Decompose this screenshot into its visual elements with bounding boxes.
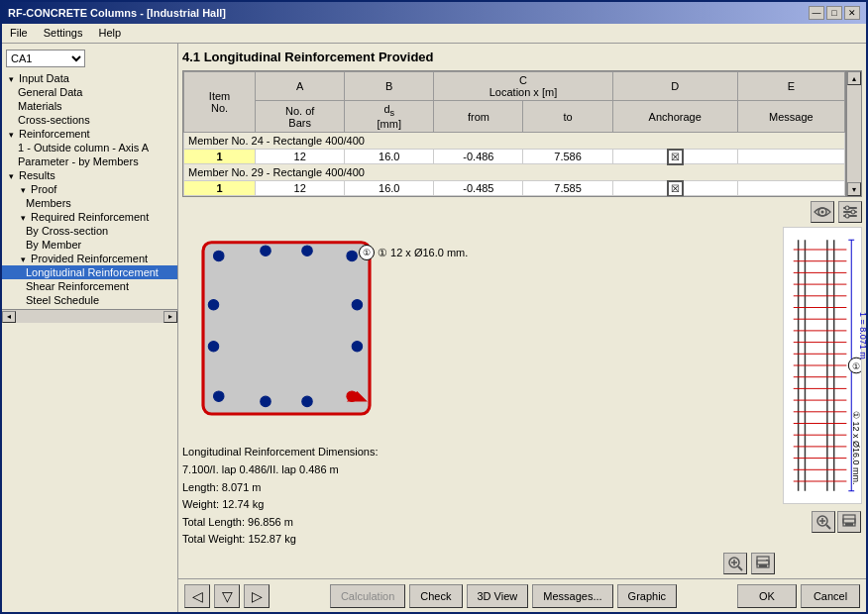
member-label-24: Member No. 24 - Rectangle 400/400 [184,133,845,150]
vscroll-down[interactable]: ▾ [847,182,861,196]
sidebar-item-by-member[interactable]: By Member [2,238,177,252]
sidebar-item-cross-sections[interactable]: Cross-sections [2,113,177,127]
back-button[interactable]: ◁ [184,584,210,608]
sidebar-item-materials[interactable]: Materials [2,99,177,113]
col-anchorage: Anchorage [612,101,737,133]
sidebar-item-shear-reinforcement[interactable]: Shear Reinforcement [2,279,177,293]
info-line3: Length: 8.071 m [182,479,775,497]
ok-button[interactable]: OK [737,584,797,608]
col-to: to [523,101,612,133]
data-row-2: 1 12 16.0 -0.485 7.585 ☒ [184,181,845,196]
cancel-button[interactable]: Cancel [801,584,860,608]
hscroll-left[interactable]: ◂ [2,311,16,323]
main-area: 4.1 Longitudinal Reinforcement Provided … [178,44,866,578]
calculation-button[interactable]: Calculation [330,584,405,608]
cross-section-container: ① ① 12 x Ø16.0 mm. [182,227,390,437]
forward-button[interactable]: ▷ [244,584,270,608]
view-icon-button[interactable] [811,201,834,223]
sidebar-item-input-data[interactable]: ▾ Input Data [2,71,177,85]
col-b-header: B [345,72,434,101]
svg-text:①: ① [852,361,860,371]
sidebar-item-outside-column[interactable]: 1 - Outside column - Axis A [2,141,177,154]
sidebar-item-general-data[interactable]: General Data [2,85,177,99]
cell-message-2 [737,181,844,196]
cell-anchorage-1: ☒ [612,150,737,164]
graphic-bottom [182,553,775,574]
minimize-button[interactable]: — [809,6,824,20]
elevation-zoom-button[interactable] [812,511,835,533]
tree-section: ▾ Input Data General Data Materials Cros… [2,69,177,309]
window-title: RF-CONCRETE Columns - [Industrial Hall] [8,7,226,19]
menu-file[interactable]: File [6,26,32,41]
close-button[interactable]: ✕ [844,6,860,20]
member-label-29: Member No. 29 - Rectangle 400/400 [184,164,845,181]
sidebar-item-parameter-by-members[interactable]: Parameter - by Members [2,154,177,168]
table-action-bar [182,201,862,223]
settings-icon-button[interactable] [838,201,862,223]
svg-rect-30 [766,560,768,561]
svg-rect-8 [203,243,370,414]
print-button[interactable] [751,553,775,574]
cell-bars-1: 12 [256,150,345,164]
elevation-dim-label: 1 = 8.071 m [858,312,866,359]
sidebar-item-by-cross-section[interactable]: By Cross-section [2,224,177,238]
menu-settings[interactable]: Settings [40,26,87,41]
menu-help[interactable]: Help [94,26,125,41]
elevation-print-button[interactable] [837,511,861,533]
main-window: RF-CONCRETE Columns - [Industrial Hall] … [0,0,868,614]
maximize-button[interactable]: □ [826,6,842,20]
col-b-sub: ds[mm] [345,101,434,133]
elevation-buttons [812,511,861,533]
svg-point-14 [208,300,219,311]
svg-point-12 [302,246,313,256]
sidebar: CA1 ▾ Input Data General Data Materials … [2,44,178,612]
svg-line-24 [738,566,742,570]
menu-bar: File Settings Help [2,24,866,44]
cell-ds-2: 16.0 [345,181,434,196]
svg-rect-29 [759,564,767,567]
cell-from-2: -0.485 [434,181,523,196]
cell-message-1 [737,150,844,164]
sidebar-item-provided-reinforcement[interactable]: ▾ Provided Reinforcement [2,252,177,265]
info-text: Longitudinal Reinforcement Dimensions: 7… [182,444,775,549]
view3d-button[interactable]: 3D View [467,584,529,608]
zoom-button[interactable] [723,553,747,574]
title-bar-buttons: — □ ✕ [809,6,860,20]
svg-point-16 [352,300,363,311]
graphic-button[interactable]: Graphic [617,584,678,608]
sidebar-item-reinforcement[interactable]: ▾ Reinforcement [2,127,177,141]
svg-point-6 [851,210,855,214]
messages-button[interactable]: Messages... [532,584,612,608]
svg-point-18 [214,391,225,402]
right-elevation: ① 1 = 8.071 m ① 12 x Ø16.0 mm. [783,227,862,504]
bottom-bar: ◁ ▽ ▷ Calculation Check 3D View Messages… [178,578,866,612]
svg-point-1 [821,211,824,214]
svg-point-11 [261,246,271,256]
sidebar-item-results[interactable]: ▾ Results [2,168,177,182]
cell-to-1: 7.586 [523,150,612,164]
hscroll-right[interactable]: ▸ [163,311,177,323]
sidebar-item-longitudinal-reinforcement[interactable]: Longitudinal Reinforcement [2,265,177,279]
cell-bars-2: 12 [256,181,345,196]
svg-point-7 [845,214,849,218]
cell-from-1: -0.486 [434,150,523,164]
graphic-area: ① ① 12 x Ø16.0 mm. Longitudinal Reinforc… [182,227,862,574]
cell-ds-1: 16.0 [345,150,434,164]
ca-select[interactable]: CA1 [6,50,85,67]
right-panel: 4.1 Longitudinal Reinforcement Provided … [178,44,866,612]
sidebar-header: CA1 [2,48,177,69]
sidebar-item-proof[interactable]: ▾ Proof [2,182,177,196]
member-row-29: Member No. 29 - Rectangle 400/400 [184,164,845,181]
sidebar-item-members[interactable]: Members [2,196,177,210]
info-line1: Longitudinal Reinforcement Dimensions: [182,444,775,461]
data-row-1: 1 12 16.0 -0.486 7.586 ☒ [184,150,845,164]
down-button[interactable]: ▽ [214,584,240,608]
vscroll-up[interactable]: ▴ [847,71,861,85]
check-button[interactable]: Check [409,584,462,608]
col-item: ItemNo. [184,72,256,133]
rebar-label: ① ① 12 x Ø16.0 mm. [359,245,468,260]
sidebar-item-required-reinforcement[interactable]: ▾ Required Reinforcement [2,210,177,224]
col-f-header: E [737,72,844,101]
sidebar-item-steel-schedule[interactable]: Steel Schedule [2,293,177,307]
content-area: 4.1 Longitudinal Reinforcement Provided … [178,44,866,578]
